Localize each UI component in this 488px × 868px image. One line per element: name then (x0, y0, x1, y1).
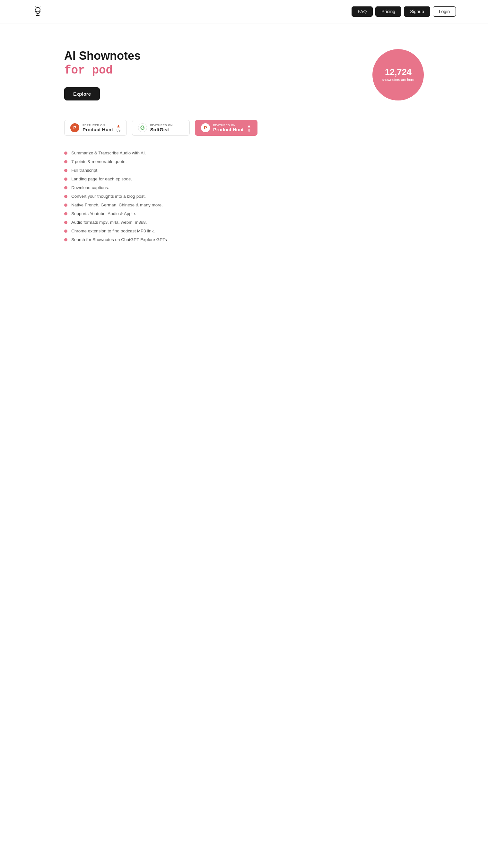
faq-button[interactable]: FAQ (352, 6, 373, 17)
feature-text-7: Supports Youtube, Audio & Apple. (71, 211, 136, 216)
badge-name-3: Product Hunt (213, 127, 244, 132)
feature-text-2: Full transcript. (71, 168, 98, 173)
pricing-button[interactable]: Pricing (375, 6, 401, 17)
feature-item-5: Convert your thoughts into a blog post. (64, 192, 424, 200)
feature-item-9: Chrome extension to find podcast MP3 lin… (64, 227, 424, 235)
product-hunt-badge-2[interactable]: P FEATURED ON Product Hunt ▲ 8 (195, 120, 257, 136)
feature-item-4: Download captions. (64, 183, 424, 192)
product-hunt-badge-1[interactable]: P FEATURED ON Product Hunt ▲ 59 (64, 120, 127, 136)
svg-line-5 (36, 7, 36, 7)
stats-circle: 12,724 shownoters are here (372, 49, 424, 100)
feature-item-8: Audio formats mp3, m4a, webm, m3u8. (64, 218, 424, 227)
hero-left: AI Shownotes for pod Explore (64, 49, 372, 100)
feature-text-10: Search for Shownotes on ChatGPT Explore … (71, 237, 167, 242)
badge-featured-3: FEATURED ON (213, 124, 244, 127)
hero-subtitle: for pod (64, 64, 372, 77)
navbar: FAQ Pricing Signup Login (0, 0, 488, 24)
feature-item-10: Search for Shownotes on ChatGPT Explore … (64, 235, 424, 244)
softgist-icon: G (138, 123, 147, 132)
stats-number: 12,724 (385, 67, 411, 78)
logo-icon (32, 6, 44, 17)
feature-dot-10 (64, 238, 67, 241)
badge-text-1: FEATURED ON Product Hunt (83, 124, 113, 132)
features-section: Summarize & Transcribe Audio with AI. 7 … (0, 142, 488, 250)
stats-label: shownoters are here (382, 78, 414, 82)
hero-title: AI Shownotes (64, 49, 372, 63)
feature-text-4: Download captions. (71, 185, 109, 190)
logo-container[interactable] (32, 6, 44, 17)
hero-right: 12,724 shownoters are here (372, 49, 424, 100)
feature-item-0: Summarize & Transcribe Audio with AI. (64, 149, 424, 157)
feature-dot-8 (64, 221, 67, 224)
badge-text-2: FEATURED ON SoftGist (150, 124, 173, 132)
badge-vote-1: ▲ 59 (116, 123, 121, 132)
softgist-badge[interactable]: G FEATURED ON SoftGist (132, 120, 190, 136)
feature-text-8: Audio formats mp3, m4a, webm, m3u8. (71, 220, 147, 225)
nav-links: FAQ Pricing Signup Login (352, 6, 456, 17)
feature-text-1: 7 points & memorable quote. (71, 159, 127, 164)
feature-dot-3 (64, 178, 67, 181)
badge-featured-2: FEATURED ON (150, 124, 173, 127)
feature-dot-1 (64, 160, 67, 163)
feature-text-3: Landing page for each episode. (71, 177, 132, 181)
feature-item-1: 7 points & memorable quote. (64, 157, 424, 166)
explore-button[interactable]: Explore (64, 87, 100, 100)
badge-featured-1: FEATURED ON (83, 124, 113, 127)
badge-text-3: FEATURED ON Product Hunt (213, 124, 244, 132)
feature-item-6: Native French, German, Chinese & many mo… (64, 200, 424, 209)
product-hunt-icon-2: P (201, 123, 210, 132)
login-button[interactable]: Login (433, 6, 456, 17)
feature-dot-0 (64, 152, 67, 155)
feature-dot-9 (64, 229, 67, 233)
feature-dot-5 (64, 195, 67, 198)
feature-item-3: Landing page for each episode. (64, 175, 424, 183)
badge-vote-2: ▲ 8 (247, 123, 251, 132)
feature-item-7: Supports Youtube, Audio & Apple. (64, 209, 424, 218)
badge-vote-count-1: 59 (117, 128, 120, 132)
feature-dot-4 (64, 186, 67, 189)
feature-dot-2 (64, 169, 67, 172)
feature-dot-7 (64, 212, 67, 215)
badge-name-1: Product Hunt (83, 127, 113, 132)
feature-item-2: Full transcript. (64, 166, 424, 175)
svg-line-4 (40, 7, 40, 7)
badge-name-2: SoftGist (150, 127, 173, 132)
feature-text-6: Native French, German, Chinese & many mo… (71, 203, 163, 207)
feature-text-9: Chrome extension to find podcast MP3 lin… (71, 228, 155, 234)
badge-vote-count-2: 8 (248, 128, 250, 132)
svg-point-0 (36, 7, 40, 12)
feature-dot-6 (64, 204, 67, 207)
hero-section: AI Shownotes for pod Explore 12,724 show… (0, 24, 488, 113)
feature-text-5: Convert your thoughts into a blog post. (71, 194, 146, 199)
product-hunt-icon-1: P (70, 123, 79, 132)
badges-section: P FEATURED ON Product Hunt ▲ 59 G FEATUR… (0, 113, 488, 142)
feature-text-0: Summarize & Transcribe Audio with AI. (71, 151, 146, 155)
signup-button[interactable]: Signup (404, 6, 430, 17)
